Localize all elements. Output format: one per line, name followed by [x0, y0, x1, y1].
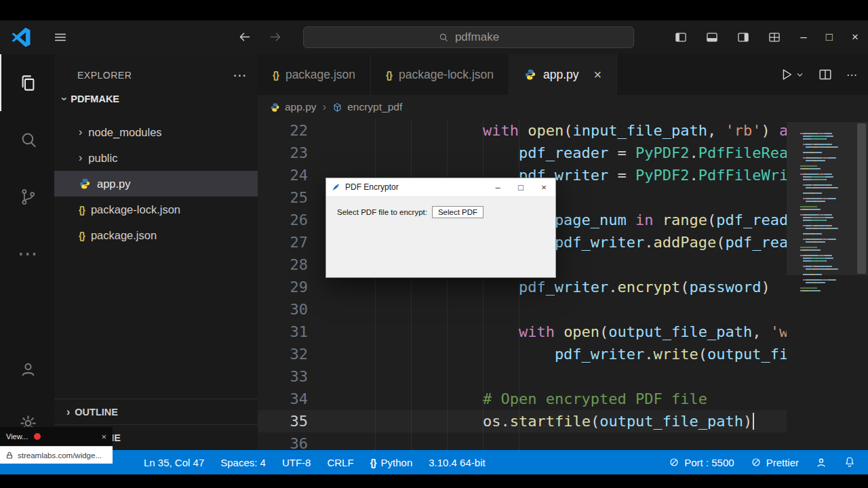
workspace-section-row[interactable]: › PDFMAKE: [54, 87, 258, 111]
chevron-right-icon: ›: [66, 407, 70, 418]
activity-explorer-button[interactable]: [0, 54, 54, 111]
file-label: package.json: [91, 229, 157, 242]
tree-item-node-modules[interactable]: ›node_modules: [54, 119, 258, 145]
file-label: public: [88, 152, 117, 165]
indent-guide: [411, 119, 412, 450]
tab-close-icon[interactable]: ×: [594, 68, 602, 81]
line-number[interactable]: 22: [258, 119, 339, 142]
file-label: package-lock.json: [91, 203, 180, 216]
widget-address-bar[interactable]: streamlabs.com/widge...: [0, 446, 113, 464]
text-cursor: [753, 413, 754, 430]
widget-titlebar[interactable]: View... ×: [0, 427, 113, 446]
window-close-button[interactable]: ×: [842, 20, 868, 54]
arrow-right-icon: [269, 30, 283, 44]
line-number[interactable]: 36: [258, 432, 339, 450]
code-line-29[interactable]: 29pdf_writer.encrypt(password): [258, 276, 868, 298]
toggle-panel-icon[interactable]: [705, 30, 719, 44]
activity-source-control-button[interactable]: [0, 168, 54, 225]
status-bar: Ln 35, Col 47Spaces: 4UTF-8CRLF{}Python3…: [0, 450, 868, 474]
activity-accounts-button[interactable]: [0, 342, 54, 396]
run-python-button[interactable]: [779, 67, 804, 82]
code-line-36[interactable]: 36: [258, 432, 868, 450]
status-utf-8[interactable]: UTF-8: [274, 450, 319, 474]
breadcrumb: app.py›encrypt_pdf: [258, 95, 868, 119]
status-python[interactable]: {}Python: [362, 450, 421, 474]
tab-package-lock-json[interactable]: {}package-lock.json: [371, 54, 509, 95]
status-bell[interactable]: [835, 450, 864, 474]
line-number[interactable]: 33: [258, 365, 339, 388]
code-line-32[interactable]: 32pdf_writer.write(output_file): [258, 343, 868, 365]
breadcrumb-item-app-py[interactable]: app.py: [270, 101, 317, 113]
editor-more-actions-button[interactable]: ⋯: [846, 68, 857, 81]
minimap-slider[interactable]: [787, 122, 868, 275]
line-number[interactable]: 31: [258, 321, 339, 343]
status-prettier[interactable]: Prettier: [743, 450, 807, 474]
navigate-back-button[interactable]: [237, 30, 252, 44]
code-line-31[interactable]: 31with open(output_file_path, 'wb') as o…: [258, 321, 868, 343]
line-number[interactable]: 34: [258, 388, 339, 410]
status-label: Prettier: [766, 457, 799, 468]
scrollbar-thumb[interactable]: [857, 123, 866, 274]
status-label: CRLF: [327, 457, 353, 468]
status-3-10-4-64-bit[interactable]: 3.10.4 64-bit: [420, 450, 493, 474]
toggle-primary-sidebar-icon[interactable]: [674, 30, 688, 44]
code-line-23[interactable]: 23pdf_reader = PyPDF2.PdfFileReader(inpu…: [258, 142, 868, 164]
panel-outline[interactable]: ›OUTLINE: [54, 399, 258, 424]
command-center-search[interactable]: pdfmake: [303, 26, 634, 48]
widget-url: streamlabs.com/widge...: [18, 451, 102, 460]
status-spaces-4[interactable]: Spaces: 4: [212, 450, 274, 474]
status-ln-35-col-47[interactable]: Ln 35, Col 47: [136, 450, 212, 474]
status-label: Ln 35, Col 47: [144, 457, 204, 468]
activity-more-actions-button[interactable]: ⋯: [0, 225, 54, 282]
select-pdf-button[interactable]: Select PDF: [432, 206, 484, 218]
tab-file-icon-json: {}: [386, 68, 392, 82]
customize-layout-icon[interactable]: [768, 30, 781, 44]
sidebar-title: EXPLORER: [77, 70, 132, 81]
code-line-22[interactable]: 22with open(input_file_path, 'rb') as in…: [258, 119, 868, 142]
line-number[interactable]: 23: [258, 142, 339, 164]
window-minimize-button[interactable]: –: [791, 20, 816, 54]
code-line-35[interactable]: 35os.startfile(output_file_path): [258, 410, 868, 432]
explorer-more-actions-icon[interactable]: ⋯: [233, 67, 248, 83]
remote-icon: [815, 456, 827, 468]
vscode-logo-icon: [11, 27, 31, 47]
code-line-34[interactable]: 34# Open encrypted PDF file: [258, 388, 868, 410]
line-number[interactable]: 30: [258, 298, 339, 321]
dialog-maximize-button[interactable]: □: [509, 178, 532, 196]
window-maximize-button[interactable]: □: [816, 20, 842, 54]
toggle-secondary-sidebar-icon[interactable]: [736, 30, 750, 44]
tab-label: package.json: [285, 68, 355, 82]
code-line-30[interactable]: 30: [258, 298, 868, 321]
line-number[interactable]: 32: [258, 343, 339, 365]
widget-close-icon[interactable]: ×: [101, 432, 106, 442]
panel-label: OUTLINE: [75, 407, 118, 418]
lock-icon: [5, 451, 14, 460]
split-editor-button[interactable]: [818, 67, 833, 82]
symbol-icon: [332, 102, 342, 113]
search-placeholder: pdfmake: [455, 30, 499, 44]
dialog-window-controls: –□×: [486, 178, 555, 196]
code-line-33[interactable]: 33: [258, 365, 868, 388]
activity-search-button[interactable]: [0, 111, 54, 168]
tree-item-package-lock-json[interactable]: {}package-lock.json: [54, 197, 258, 222]
menu-button[interactable]: [53, 30, 68, 45]
tree-item-public[interactable]: ›public: [54, 145, 258, 171]
tree-item-package-json[interactable]: {}package.json: [54, 222, 258, 248]
navigate-forward-button[interactable]: [269, 30, 283, 44]
code-text: # Open encrypted PDF file: [339, 388, 707, 410]
status-crlf[interactable]: CRLF: [319, 450, 361, 474]
dialog-close-button[interactable]: ×: [532, 178, 555, 196]
breadcrumb-item-encrypt-pdf[interactable]: encrypt_pdf: [332, 101, 402, 113]
status-remote[interactable]: [807, 450, 835, 474]
line-number[interactable]: 29: [258, 276, 339, 298]
dialog-titlebar[interactable]: PDF Encryptor –□×: [326, 178, 555, 196]
line-number[interactable]: 35: [258, 410, 339, 432]
tab-app-py[interactable]: app.py×: [509, 54, 617, 95]
dialog-minimize-button[interactable]: –: [486, 178, 509, 196]
tab-package-json[interactable]: {}package.json: [258, 54, 371, 95]
arrow-left-icon: [237, 30, 252, 44]
status-label: Python: [381, 457, 413, 468]
tree-item-app-py[interactable]: app.py: [54, 171, 258, 197]
code-editor[interactable]: 22with open(input_file_path, 'rb') as in…: [258, 119, 868, 450]
status-port-5500[interactable]: Port : 5500: [660, 450, 742, 474]
